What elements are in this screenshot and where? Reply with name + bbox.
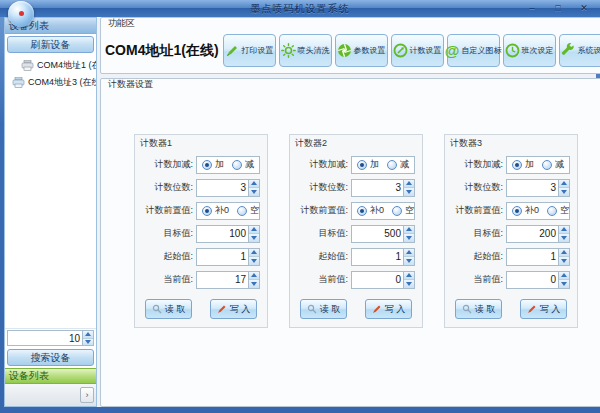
start-stepper[interactable]: 1 (506, 248, 570, 266)
gauge-icon (393, 43, 408, 58)
radio-empty[interactable] (237, 206, 247, 216)
system-settings-button[interactable]: 系统设置 (559, 34, 600, 67)
printer-icon (12, 77, 25, 88)
radio-pad-zero[interactable] (512, 206, 522, 216)
close-button[interactable]: ✕ (576, 2, 592, 14)
main-area: 功能区 COM4地址1(在线) 打印设置 (100, 17, 600, 407)
digits-stepper[interactable]: 3 (351, 179, 415, 197)
radio-subtract[interactable] (232, 160, 242, 170)
radio-empty[interactable] (392, 206, 402, 216)
search-count-value: 10 (8, 333, 82, 344)
spin-down-icon[interactable] (559, 234, 569, 242)
counter-title: 计数器3 (450, 137, 482, 150)
tree-item-device-2[interactable]: COM4地址3 (在线) (5, 74, 96, 91)
count-settings-button[interactable]: 计数设置 (391, 34, 444, 67)
search-devices-button[interactable]: 搜索设备 (7, 349, 94, 366)
spin-down-icon[interactable] (249, 234, 259, 242)
spin-up-icon[interactable] (559, 272, 569, 281)
current-value: 0 (507, 274, 558, 285)
prefix-radio-group: 补0 空 (196, 202, 260, 220)
print-settings-button[interactable]: 打印设置 (223, 34, 276, 67)
prefix-label: 计数前置值: (445, 204, 506, 217)
spin-down-icon[interactable] (249, 280, 259, 288)
toolbar-button-label: 计数设置 (410, 45, 442, 56)
title-bar[interactable]: 墨点喷码机设置系统 (0, 0, 600, 17)
start-label: 起始值: (445, 250, 506, 263)
window-content: 设备列表 刷新设备 COM4地址1 (在线) (4, 17, 596, 407)
nozzle-clean-button[interactable]: 喷头清洗 (279, 34, 332, 67)
digits-label: 计数位数: (135, 181, 196, 194)
spin-up-icon[interactable] (83, 331, 93, 339)
tree-item-device-1[interactable]: COM4地址1 (在线) (5, 57, 96, 74)
spin-up-icon[interactable] (249, 249, 259, 258)
refresh-devices-button[interactable]: 刷新设备 (7, 36, 94, 53)
spin-down-icon[interactable] (404, 188, 414, 196)
start-label: 起始值: (135, 250, 196, 263)
active-device-title: COM4地址1(在线) (105, 42, 219, 60)
spin-down-icon[interactable] (404, 234, 414, 242)
maximize-button[interactable]: □ (550, 2, 566, 14)
clock-icon (505, 43, 520, 58)
radio-pad-zero-label: 补0 (525, 204, 539, 217)
spin-up-icon[interactable] (559, 180, 569, 189)
spin-down-icon[interactable] (249, 257, 259, 265)
search-count-stepper[interactable]: 10 (7, 330, 94, 346)
spin-down-icon[interactable] (249, 188, 259, 196)
digits-value: 3 (197, 182, 248, 193)
write-button[interactable]: 写 入 (210, 299, 257, 319)
spin-down-icon[interactable] (559, 280, 569, 288)
write-button[interactable]: 写 入 (365, 299, 412, 319)
custom-icon-button[interactable]: @ 自定义图标 (447, 34, 500, 67)
function-zone-label: 功能区 (106, 17, 137, 30)
read-button[interactable]: 读 取 (145, 299, 192, 319)
spin-up-icon[interactable] (249, 272, 259, 281)
spin-up-icon[interactable] (404, 249, 414, 258)
radio-add[interactable] (512, 160, 522, 170)
spin-up-icon[interactable] (404, 180, 414, 189)
radio-subtract[interactable] (387, 160, 397, 170)
target-stepper[interactable]: 100 (196, 225, 260, 243)
minimize-button[interactable]: – (524, 2, 540, 14)
current-stepper[interactable]: 17 (196, 271, 260, 289)
start-stepper[interactable]: 1 (196, 248, 260, 266)
start-label: 起始值: (290, 250, 351, 263)
param-settings-button[interactable]: 参数设置 (335, 34, 388, 67)
spin-up-icon[interactable] (404, 226, 414, 235)
spin-up-icon[interactable] (249, 226, 259, 235)
spin-up-icon[interactable] (249, 180, 259, 189)
spin-up-icon[interactable] (559, 249, 569, 258)
target-stepper[interactable]: 200 (506, 225, 570, 243)
radio-subtract[interactable] (542, 160, 552, 170)
mode-label: 计数加减: (135, 158, 196, 171)
spin-up-icon[interactable] (404, 272, 414, 281)
spin-down-icon[interactable] (559, 257, 569, 265)
start-stepper[interactable]: 1 (351, 248, 415, 266)
at-icon: @ (445, 43, 460, 58)
target-stepper[interactable]: 500 (351, 225, 415, 243)
toolbar-button-label: 系统设置 (578, 45, 600, 56)
device-tree: COM4地址1 (在线) COM4地址3 (在线) (5, 55, 96, 328)
radio-add[interactable] (357, 160, 367, 170)
spin-down-icon[interactable] (83, 339, 93, 346)
digits-stepper[interactable]: 3 (506, 179, 570, 197)
sidebar-group-device-list[interactable]: 设备列表 (5, 368, 96, 384)
read-button[interactable]: 读 取 (300, 299, 347, 319)
spin-down-icon[interactable] (559, 188, 569, 196)
spin-down-icon[interactable] (404, 280, 414, 288)
digits-stepper[interactable]: 3 (196, 179, 260, 197)
radio-empty[interactable] (547, 206, 557, 216)
current-stepper[interactable]: 0 (506, 271, 570, 289)
radio-pad-zero[interactable] (202, 206, 212, 216)
radio-add-label: 加 (215, 158, 224, 171)
counter-settings-label: 计数器设置 (106, 78, 155, 91)
spin-down-icon[interactable] (404, 257, 414, 265)
chevron-right-icon[interactable]: › (80, 387, 94, 403)
current-stepper[interactable]: 0 (351, 271, 415, 289)
spin-up-icon[interactable] (559, 226, 569, 235)
target-value: 100 (197, 228, 248, 239)
radio-add[interactable] (202, 160, 212, 170)
write-button[interactable]: 写 入 (520, 299, 567, 319)
radio-pad-zero[interactable] (357, 206, 367, 216)
read-button[interactable]: 读 取 (455, 299, 502, 319)
shift-settings-button[interactable]: 班次设定 (503, 34, 556, 67)
